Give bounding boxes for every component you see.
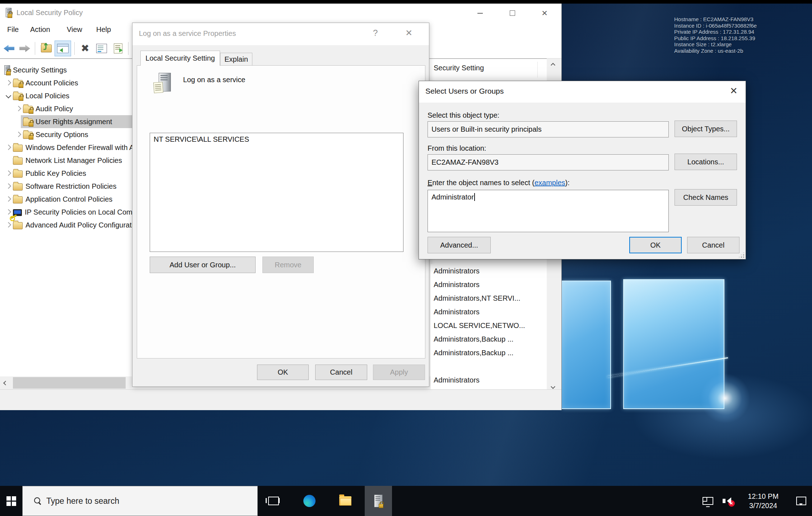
- export-list-button[interactable]: [111, 41, 126, 56]
- check-names-button[interactable]: Check Names: [675, 189, 737, 206]
- console-tree-pane: Security Settings Account Policies Local…: [0, 58, 131, 376]
- minimize-button[interactable]: [464, 4, 496, 23]
- close-button[interactable]: ✕: [528, 4, 561, 23]
- close-button[interactable]: ✕: [405, 28, 412, 38]
- list-item[interactable]: Administrators,Backup ...: [434, 332, 547, 346]
- tree-item-network-list-manager[interactable]: Network List Manager Policies: [0, 154, 151, 167]
- add-user-or-group-button[interactable]: Add User or Group...: [150, 257, 256, 273]
- chevron-down-icon[interactable]: [5, 93, 11, 99]
- remove-button[interactable]: Remove: [262, 257, 314, 273]
- examples-link[interactable]: examples: [535, 179, 565, 187]
- tree-item-security-options[interactable]: Security Options: [0, 128, 151, 141]
- back-button[interactable]: [1, 41, 17, 56]
- chevron-right-icon[interactable]: [5, 183, 11, 189]
- list-item[interactable]: LOCAL SERVICE,NETWO...: [434, 319, 547, 332]
- ok-button[interactable]: OK: [257, 365, 309, 380]
- ipsec-monitor-key-icon: [13, 209, 22, 216]
- list-item[interactable]: Administrators: [434, 264, 547, 278]
- column-header-security-setting[interactable]: Security Setting: [434, 64, 484, 72]
- menu-view[interactable]: View: [67, 25, 82, 34]
- file-explorer-button[interactable]: [332, 486, 358, 516]
- object-type-field[interactable]: Users or Built-in security principals: [428, 121, 669, 137]
- properties-icon: [96, 44, 107, 53]
- delete-button[interactable]: ✖: [78, 41, 93, 56]
- task-view-button[interactable]: [261, 486, 286, 516]
- lock-icon: [19, 84, 23, 88]
- start-button[interactable]: [0, 486, 22, 516]
- chevron-right-icon[interactable]: [5, 196, 11, 202]
- windows-logo-pane-left: [562, 281, 611, 409]
- locations-button[interactable]: Locations...: [675, 154, 737, 170]
- advanced-button[interactable]: Advanced...: [428, 237, 491, 253]
- cancel-button[interactable]: Cancel: [315, 365, 367, 380]
- network-tray-button[interactable]: [699, 486, 717, 516]
- lock-icon: [379, 504, 383, 508]
- status-bar: [0, 389, 561, 410]
- chevron-right-icon[interactable]: [5, 170, 11, 176]
- chevron-right-icon[interactable]: [5, 222, 11, 228]
- members-listbox[interactable]: NT SERVICE\ALL SERVICES: [150, 133, 403, 252]
- wallpaper-floor-glow: [625, 370, 812, 463]
- taskbar-clock[interactable]: 12:10 PM 3/7/2024: [739, 486, 788, 516]
- local-security-policy-taskbar-button[interactable]: [365, 486, 392, 516]
- list-item[interactable]: Administrators: [434, 305, 547, 319]
- tree-item-windows-defender-firewall[interactable]: Windows Defender Firewall with Advanced …: [0, 141, 151, 154]
- chevron-right-icon[interactable]: [5, 145, 11, 150]
- apply-button[interactable]: Apply: [373, 365, 425, 380]
- tree-item-application-control[interactable]: Application Control Policies: [0, 193, 151, 206]
- help-button[interactable]: ?: [373, 28, 378, 38]
- chevron-right-icon[interactable]: [5, 209, 11, 215]
- toolbar-separator: [128, 42, 129, 55]
- tree-item-local-policies[interactable]: Local Policies: [0, 89, 151, 102]
- scrollbar-thumb[interactable]: [13, 377, 126, 389]
- close-button[interactable]: ✕: [730, 85, 738, 97]
- column-divider[interactable]: [537, 62, 538, 78]
- tree-horizontal-scrollbar[interactable]: [0, 376, 131, 389]
- object-types-button[interactable]: Object Types...: [675, 121, 737, 137]
- tree-item-ip-security-policies[interactable]: IP Security Policies on Local Computer: [0, 206, 151, 219]
- menu-action[interactable]: Action: [30, 25, 50, 34]
- chevron-right-icon[interactable]: [5, 80, 11, 86]
- tree-item-advanced-audit-policy[interactable]: Advanced Audit Policy Configuration: [0, 219, 151, 231]
- tree-item-audit-policy[interactable]: Audit Policy: [0, 102, 151, 115]
- tree-item-label: Software Restriction Policies: [25, 182, 116, 191]
- forward-button[interactable]: [17, 41, 32, 56]
- list-item[interactable]: [434, 360, 547, 373]
- scroll-up-button[interactable]: [547, 58, 559, 71]
- resize-grip[interactable]: [739, 253, 744, 258]
- tree-item-software-restriction[interactable]: Software Restriction Policies: [0, 180, 151, 193]
- chevron-right-icon[interactable]: [15, 132, 21, 137]
- ok-button[interactable]: OK: [629, 237, 682, 253]
- volume-tray-button[interactable]: ✕: [718, 486, 737, 516]
- list-item[interactable]: Administrators: [434, 373, 547, 387]
- console-tree-icon: [57, 44, 69, 53]
- menu-help[interactable]: Help: [96, 25, 111, 34]
- tree-item-public-key-policies[interactable]: Public Key Policies: [0, 167, 151, 180]
- lock-icon: [8, 14, 12, 18]
- location-field[interactable]: EC2AMAZ-FAN98V3: [428, 154, 669, 170]
- menu-file[interactable]: File: [7, 25, 19, 34]
- list-item[interactable]: Administrators,Backup ...: [434, 346, 547, 360]
- list-item[interactable]: Administrators,NT SERVI...: [434, 291, 547, 305]
- tab-explain[interactable]: Explain: [220, 53, 252, 66]
- object-names-input[interactable]: Administrator: [428, 190, 669, 232]
- tree-item-user-rights-assignment[interactable]: User Rights Assignment: [0, 115, 151, 128]
- folder-icon: [13, 183, 23, 191]
- taskbar-search[interactable]: Type here to search: [22, 486, 258, 516]
- tree-item-security-settings[interactable]: Security Settings: [0, 64, 151, 76]
- tree-item-account-policies[interactable]: Account Policies: [0, 76, 151, 89]
- cancel-button[interactable]: Cancel: [687, 237, 739, 253]
- up-level-button[interactable]: ⤴: [39, 41, 54, 56]
- member-item[interactable]: NT SERVICE\ALL SERVICES: [150, 133, 403, 146]
- list-item[interactable]: Administrators: [434, 278, 547, 291]
- scroll-left-button[interactable]: [0, 376, 11, 389]
- folder-up-icon: ⤴: [41, 44, 52, 52]
- properties-button[interactable]: [94, 41, 109, 56]
- chevron-right-icon[interactable]: [15, 106, 21, 112]
- action-center-button[interactable]: [792, 486, 811, 516]
- maximize-button[interactable]: [496, 4, 528, 23]
- show-console-tree-button[interactable]: [55, 41, 71, 56]
- server-icon: [374, 494, 383, 507]
- tab-local-security-setting[interactable]: Local Security Setting: [140, 51, 220, 66]
- edge-button[interactable]: [297, 486, 322, 516]
